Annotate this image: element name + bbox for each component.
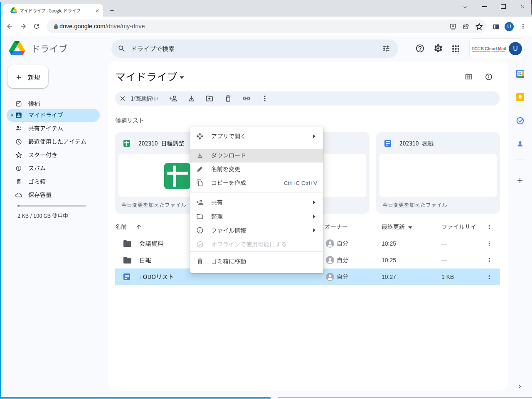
- svg-text:31: 31: [518, 72, 522, 76]
